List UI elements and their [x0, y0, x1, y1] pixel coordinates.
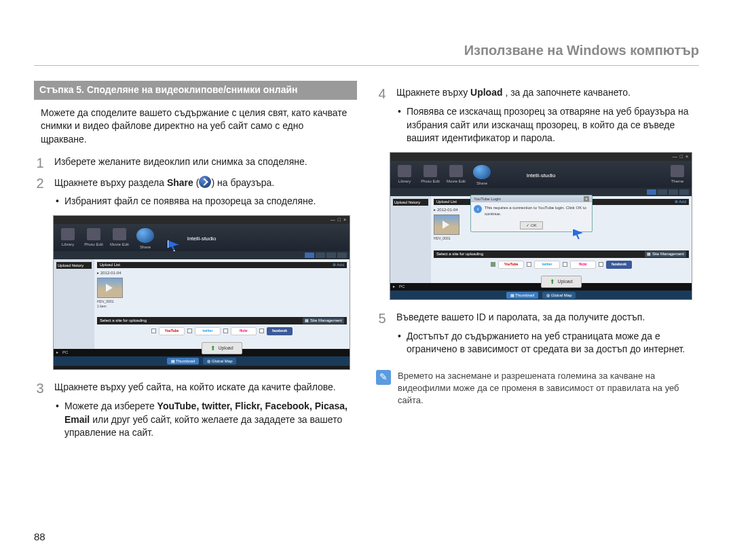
step-2-sub-text: Избраният файл се появява на прозореца з… [64, 195, 357, 208]
note-icon: ✎ [376, 370, 391, 385]
step-5-sub-text: Достъпът до съдържанието на уеб страница… [407, 330, 699, 356]
right-column: 4 Щракнете върху Upload , за да започнет… [376, 81, 699, 445]
step-5: 5 Въведете вашето ID и паролата, за да п… [376, 311, 699, 326]
step-4: 4 Щракнете върху Upload , за да започнет… [376, 86, 699, 101]
view-tab [326, 253, 336, 258]
video-thumbnail [97, 278, 123, 298]
toolbar-movie-edit: Movie Edit [109, 228, 130, 250]
upload-row: ⬆Upload [97, 338, 347, 358]
video-thumbnail [434, 214, 459, 235]
share-label: Share [167, 177, 193, 188]
toolbar-movie-edit: Movie Edit [446, 165, 466, 187]
close-icon: × [584, 196, 589, 202]
ss-sidebar: Upload history [54, 259, 94, 349]
site-mgmt-label: Site Management [652, 252, 684, 256]
dialog-body: i This requires a connection to YouTube … [471, 202, 592, 219]
screenshot-share: — □ × Intelli-studio Library Photo Edit … [53, 215, 350, 370]
share-globe-icon [136, 228, 154, 243]
toolbar-label: Share [476, 181, 487, 186]
site-flickr: flickr [231, 327, 257, 335]
footer-label: Global Map [212, 359, 233, 363]
site-row: YouTube twitter flickr facebook [97, 324, 347, 338]
dialog-message: This requires a connection to YouTube lo… [485, 205, 589, 217]
upload-bold: Upload [470, 87, 502, 98]
ss-tabbar [54, 251, 350, 259]
upload-row: ⬆Upload [434, 272, 689, 291]
window-controls-icon: — □ × [673, 153, 689, 160]
footer-thumbnail: ▦ Thumbnail [506, 292, 539, 299]
login-dialog: YouTube Login × i This requires a connec… [470, 195, 593, 233]
step-3-sub: Можете да изберете YouTube, twitter, Fli… [56, 400, 357, 440]
movie-edit-icon [113, 228, 126, 240]
view-tab [679, 189, 689, 195]
note-text: Времето на заснемане и разрешената голем… [398, 370, 699, 407]
checkbox-icon [599, 262, 603, 267]
site-youtube: YouTube [159, 327, 185, 335]
select-site-label: Select a site for uploading [100, 318, 147, 323]
step-number: 3 [34, 381, 46, 396]
sidebar-header: Upload history [56, 262, 92, 269]
toolbar-theme: Theme [667, 165, 688, 187]
step-5-sub: Достъпът до съдържанието на уеб страница… [398, 330, 699, 356]
step-3-text: Щракнете върху уеб сайта, на който искат… [54, 381, 357, 394]
site-mgmt-label: Site Management [310, 318, 342, 322]
upload-label: Upload [218, 345, 233, 352]
pc-label: PC [62, 350, 68, 355]
step-3: 3 Щракнете върху уеб сайта, на който иск… [34, 381, 357, 396]
photo-edit-icon [424, 165, 437, 177]
ss-toolbar-wrap: Intelli-studio Library Photo Edit Movie … [390, 161, 692, 188]
add-label: Add [337, 263, 344, 267]
upload-label: Upload [557, 278, 572, 285]
right-controls: ▦ Site Management [303, 318, 344, 323]
step-2-sub: Избраният файл се появява на прозореца з… [56, 195, 357, 208]
text-fragment: , за да започнете качването. [505, 87, 631, 98]
toolbar-library: Library [58, 228, 78, 250]
site-mgmt-button: ▦ Site Management [645, 251, 686, 257]
step-number: 5 [376, 311, 388, 326]
footer-global-map: ◍ Global Map [542, 292, 576, 299]
site-mgmt-button: ▦ Site Management [303, 318, 344, 323]
checkbox-icon [527, 262, 531, 267]
app-title: Intelli-studio [187, 235, 217, 242]
step-4-text: Щракнете върху Upload , за да започнете … [396, 86, 699, 100]
ss-toolbar-wrap: Intelli-studio Library Photo Edit Movie … [54, 224, 350, 251]
theme-icon [671, 165, 684, 177]
toolbar-label: Movie Edit [110, 242, 129, 247]
thumbnail-label: HDV_0001 [97, 299, 347, 304]
movie-edit-icon [449, 165, 463, 177]
main-header: Upload List ⊕ Add [97, 262, 347, 268]
select-site-bar: Select a site for uploading ▦ Site Manag… [97, 317, 347, 324]
sidebar-header: Upload history [393, 199, 428, 206]
upload-list-label: Upload List [100, 262, 120, 267]
toolbar-label: Movie Edit [447, 179, 466, 184]
date-label: 2012-01-04 [100, 270, 121, 276]
site-facebook: facebook [606, 261, 632, 269]
ss-titlebar: — □ × [390, 153, 692, 161]
select-site-label: Select a site for uploading [436, 251, 483, 257]
text-fragment: Щракнете върху раздела [54, 177, 167, 188]
pc-label: PC [399, 284, 405, 289]
view-tab [658, 189, 667, 195]
left-column: Стъпка 5. Споделяне на видеоклипове/сним… [34, 81, 357, 445]
window-controls-icon: — □ × [331, 217, 347, 223]
site-facebook: facebook [267, 327, 293, 335]
ss-footer: ▦ Thumbnail ◍ Global Map [54, 356, 350, 366]
ok-button: ✓ OK [520, 221, 542, 229]
checkbox-icon [563, 262, 567, 267]
footer-global-map: ◍ Global Map [203, 358, 236, 365]
step-title: Стъпка 5. Споделяне на видеоклипове/сним… [34, 81, 357, 100]
ss-sidebar: Upload history [390, 196, 431, 283]
step-1: 1 Изберете желаните видеоклип или снимка… [34, 155, 357, 170]
step-4-sub-text: Появява се изскачащ прозорец за отваряне… [407, 105, 699, 145]
site-twitter: twitter [195, 327, 221, 335]
view-tab [316, 253, 325, 258]
screenshot-upload: — □ × Intelli-studio Library Photo Edit … [390, 152, 692, 300]
page-header: Използване на Windows компютър [34, 41, 699, 66]
dialog-title: YouTube Login [474, 196, 501, 202]
add-button: ⊕ Add [333, 262, 344, 267]
select-site-bar: Select a site for uploading ▦ Site Manag… [434, 250, 689, 257]
toolbar-label: Library [62, 242, 74, 247]
toolbar-photo-edit: Photo Edit [420, 165, 440, 187]
intro-text: Можете да споделите вашето съдържание с … [41, 107, 350, 147]
right-controls: ▦ Site Management [645, 251, 686, 257]
